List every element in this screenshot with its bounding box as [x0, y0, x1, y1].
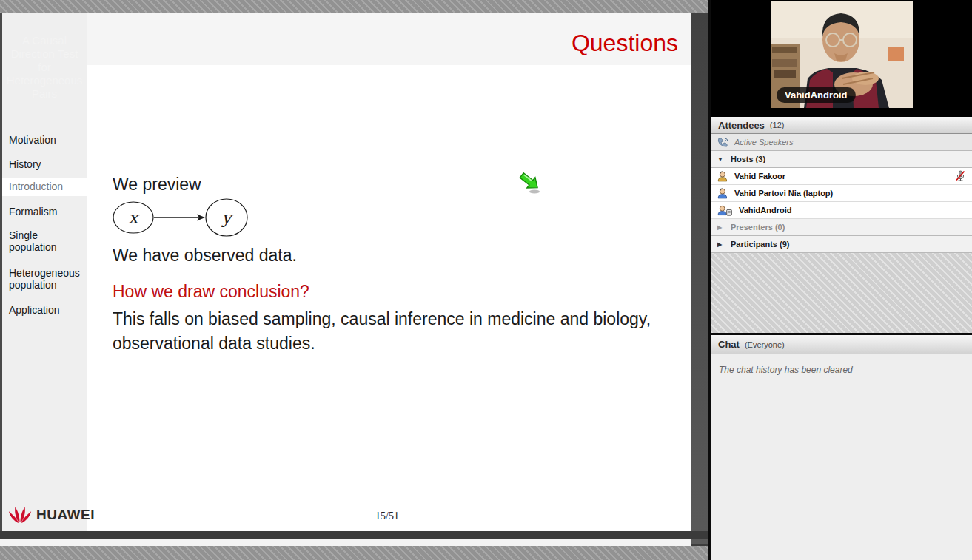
slide-watermark-title: A Causal Direction Test for Heterogeneou…: [2, 34, 87, 101]
watermark-line: Direction Test: [2, 47, 87, 61]
active-speakers-label: Active Speakers: [734, 138, 793, 146]
host-icon: [717, 171, 728, 182]
screen: A Causal Direction Test for Heterogeneou…: [0, 0, 972, 560]
window-bottom-strip: [0, 539, 691, 546]
expand-triangle-icon[interactable]: ▶: [717, 241, 725, 248]
slide-intro-line: We preview: [113, 175, 201, 195]
huawei-logo: HUAWEI: [7, 504, 95, 526]
presenter-pointer-icon: [517, 171, 542, 195]
participants-group-label: Participants (9): [731, 240, 789, 249]
chat-history-notice: The chat history has been cleared: [711, 354, 972, 385]
attendees-pod: Attendees (12) Active Speakers ▼ Hosts (…: [711, 117, 972, 333]
chat-title: Chat: [718, 339, 740, 350]
expand-triangle-icon[interactable]: ▶: [717, 224, 725, 231]
participants-group-row[interactable]: ▶ Participants (9): [711, 236, 972, 253]
window-bottom-bar: [0, 531, 708, 539]
attendees-empty-area: [711, 253, 972, 333]
sidebar-item-motivation[interactable]: Motivation: [2, 132, 87, 148]
slide-page-number: 15/51: [313, 510, 461, 522]
attendee-name: VahidAndroid: [739, 206, 792, 215]
window-top-bar: [0, 0, 708, 13]
conference-panel: VahidAndroid Attendees (12) Active Speak…: [711, 0, 972, 560]
watermark-line: Pairs: [2, 87, 87, 101]
huawei-flower-icon: [7, 504, 33, 526]
attendee-name: Vahid Partovi Nia (laptop): [734, 189, 833, 198]
watermark-line: Heterogeneous: [2, 74, 87, 87]
phone-icon: [717, 138, 728, 147]
slide-title: Questions: [572, 30, 678, 57]
huawei-logo-text: HUAWEI: [36, 507, 95, 523]
slide-question-line: How we draw conclusion?: [113, 282, 309, 302]
slide-sidebar: A Causal Direction Test for Heterogeneou…: [2, 13, 87, 531]
slide-body-paragraph: This falls on biased sampling, causal in…: [113, 307, 669, 356]
watermark-line: for: [2, 61, 87, 74]
sidebar-item-history[interactable]: History: [2, 156, 87, 172]
collapse-triangle-icon[interactable]: ▼: [717, 156, 725, 163]
attendees-header[interactable]: Attendees (12): [711, 117, 972, 134]
video-pod: VahidAndroid: [711, 0, 972, 117]
attendee-row-vahid-fakoor[interactable]: Vahid Fakoor: [711, 168, 972, 185]
sidebar-item-formalism[interactable]: Formalism: [2, 203, 87, 220]
presentation-slide: A Causal Direction Test for Heterogeneou…: [2, 13, 691, 531]
attendee-row-vahid-partovi-nia[interactable]: Vahid Partovi Nia (laptop): [711, 185, 972, 202]
chat-header[interactable]: Chat (Everyone): [711, 335, 972, 354]
attendee-name: Vahid Fakoor: [734, 172, 785, 181]
attendees-title: Attendees: [718, 120, 765, 131]
video-name-label: VahidAndroid: [777, 87, 856, 103]
sidebar-item-introduction[interactable]: Introduction: [2, 178, 87, 196]
presenters-group-row[interactable]: ▶ Presenters (0): [711, 219, 972, 236]
presenters-group-label: Presenters (0): [731, 223, 785, 232]
host-icon: [717, 188, 728, 199]
hosts-group-row[interactable]: ▼ Hosts (3): [711, 151, 972, 168]
mic-muted-icon[interactable]: [955, 170, 966, 182]
sidebar-item-single-population[interactable]: Single population: [2, 227, 87, 255]
hosts-group-label: Hosts (3): [731, 155, 765, 163]
watermark-line: A Causal: [2, 34, 87, 47]
window-right-chrome: [691, 13, 708, 544]
sidebar-item-application[interactable]: Application: [2, 302, 87, 318]
slide-observed-line: We have observed data.: [113, 246, 297, 266]
node-x-label: x: [129, 208, 141, 227]
host-device-icon: [717, 205, 733, 216]
webcam-video: VahidAndroid: [771, 1, 913, 108]
window-bottom-hatch: [0, 546, 708, 560]
attendees-count: (12): [770, 121, 785, 129]
node-y-label: y: [221, 208, 234, 228]
chat-scope: (Everyone): [745, 340, 785, 349]
attendee-row-vahidandroid[interactable]: VahidAndroid: [711, 202, 972, 219]
slide-header-band: Questions: [87, 13, 691, 65]
active-speakers-row[interactable]: Active Speakers: [711, 134, 972, 151]
causal-diagram: x y: [112, 198, 256, 238]
chat-pod: Chat (Everyone) The chat history has bee…: [711, 335, 972, 560]
sidebar-item-heterogeneous-population[interactable]: Heterogeneous population: [2, 265, 87, 293]
